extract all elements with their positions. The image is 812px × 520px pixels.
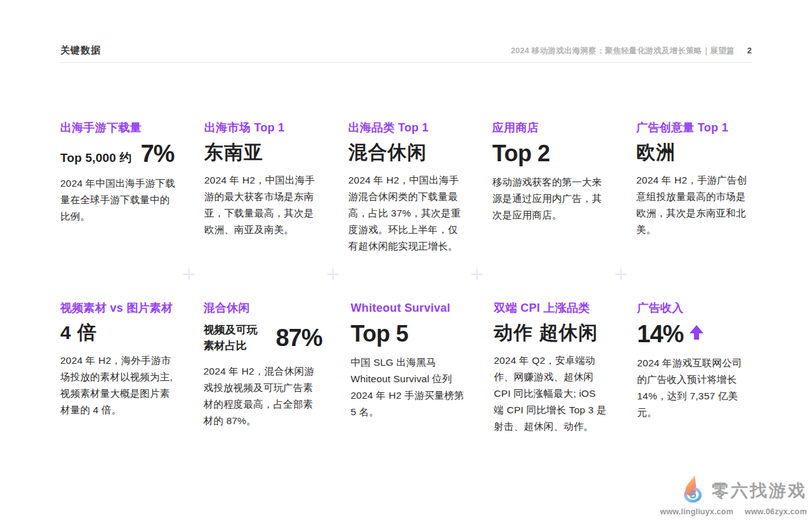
watermark-url: www.lingliuyx.com bbox=[660, 507, 733, 516]
plus-mark-icon bbox=[615, 269, 627, 280]
stat-card-whiteout-survival: Whiteout Survival Top 5 中国 SLG 出海黑马 Whit… bbox=[351, 301, 466, 420]
card-stat: 14% bbox=[637, 322, 752, 346]
card-label: Whiteout Survival bbox=[351, 301, 466, 316]
card-body: 移动游戏获客的第一大来源是通过应用内广告，其次是应用商店。 bbox=[492, 174, 608, 223]
card-body: 2024 年游戏互联网公司的广告收入预计将增长 14%，达到 7,357 亿美元… bbox=[637, 355, 752, 421]
stat-card-top-genre: 出海品类 Top 1 混合休闲 2024 年 H2，中国出海手游混合休闲类的下载… bbox=[348, 121, 464, 255]
card-label: 应用商店 bbox=[492, 121, 608, 135]
stat-prefix: 视频及可玩素材占比 bbox=[204, 322, 261, 354]
stats-row-2: 视频素材 vs 图片素材 4 倍 2024 年 H2，海外手游市场投放的素材以视… bbox=[60, 301, 752, 435]
stat-card-ad-creatives: 广告创意量 Top 1 欧洲 2024 年 H2，手游广告创意组投放量最高的市场… bbox=[636, 121, 752, 238]
card-label: 混合休闲 bbox=[204, 301, 322, 316]
card-body: 2024 年 H2，中国出海手游的最大获客市场是东南亚，下载量最高，其次是欧洲、… bbox=[204, 172, 320, 238]
stat-card-app-store: 应用商店 Top 2 移动游戏获客的第一大来源是通过应用内广告，其次是应用商店。 bbox=[492, 121, 608, 223]
stat-value: 87% bbox=[276, 326, 322, 350]
card-body: 2024 年 Q2，安卓端动作、网赚游戏、超休闲 CPI 同比涨幅最大; iOS… bbox=[494, 352, 609, 435]
plus-mark-icon bbox=[183, 269, 195, 280]
watermark-top: 零六找游戏 bbox=[679, 474, 807, 507]
card-label: 出海市场 Top 1 bbox=[204, 121, 320, 135]
plus-mark-icon bbox=[327, 269, 339, 280]
stat-value: 欧洲 bbox=[636, 142, 752, 164]
card-label: 双端 CPI 上涨品类 bbox=[494, 301, 609, 316]
card-body: 2024 年 H2，中国出海手游混合休闲类的下载量最高，占比 37%，其次是重度… bbox=[348, 172, 464, 255]
watermark-brand: 零六找游戏 bbox=[712, 479, 807, 502]
card-body: 2024 年 H2，手游广告创意组投放量最高的市场是欧洲，其次是东南亚和北美。 bbox=[636, 172, 752, 238]
flame-logo-icon bbox=[679, 474, 708, 507]
stat-card-top-market: 出海市场 Top 1 东南亚 2024 年 H2，中国出海手游的最大获客市场是东… bbox=[204, 121, 320, 238]
stats-row-1: 出海手游下载量 Top 5,000 约 7% 2024 年中国出海手游下载量在全… bbox=[60, 121, 752, 301]
card-body: 2024 年 H2，混合休闲游戏投放视频及可玩广告素材的程度最高，占全部素材的 … bbox=[204, 363, 322, 429]
card-body: 2024 年中国出海手游下载量在全球手游下载量中的比例。 bbox=[60, 175, 176, 225]
stat-value: 7% bbox=[141, 142, 174, 166]
stat-value: 混合休闲 bbox=[348, 142, 464, 164]
stat-value: Top 2 bbox=[492, 142, 608, 166]
stat-card-cpi-rising: 双端 CPI 上涨品类 动作 超休闲 2024 年 Q2，安卓端动作、网赚游戏、… bbox=[494, 301, 609, 435]
stat-card-hybrid-casual-materials: 混合休闲 视频及可玩素材占比 87% 2024 年 H2，混合休闲游戏投放视频及… bbox=[204, 301, 322, 429]
section-title: 关键数据 bbox=[60, 44, 101, 57]
card-body: 2024 年 H2，海外手游市场投放的素材以视频为主, 视频素材量大概是图片素材… bbox=[60, 352, 175, 418]
card-label: 广告收入 bbox=[637, 301, 752, 316]
page-header: 关键数据 2024 移动游戏出海洞察：聚焦轻量化游戏及增长策略｜展望篇 2 bbox=[60, 0, 752, 63]
stat-value: Top 5 bbox=[351, 322, 466, 346]
card-stat: 视频及可玩素材占比 87% bbox=[204, 322, 322, 354]
report-page: { "header": { "section_title": "关键数据", "… bbox=[0, 0, 812, 520]
card-label: 视频素材 vs 图片素材 bbox=[60, 301, 175, 316]
stat-value: 东南亚 bbox=[204, 142, 320, 164]
header-right: 2024 移动游戏出海洞察：聚焦轻量化游戏及增长策略｜展望篇 2 bbox=[511, 46, 752, 57]
card-label: 广告创意量 Top 1 bbox=[636, 121, 752, 135]
stat-value: 14% bbox=[637, 322, 683, 346]
watermark-urls: www.lingliuyx.com www.06zyx.com bbox=[660, 507, 807, 516]
card-label: 出海品类 Top 1 bbox=[348, 121, 464, 135]
card-label: 出海手游下载量 bbox=[60, 121, 176, 135]
page-number: 2 bbox=[747, 46, 752, 55]
card-stat: Top 5,000 约 7% bbox=[60, 142, 176, 166]
watermark-url: www.06zyx.com bbox=[745, 507, 807, 516]
stat-card-downloads: 出海手游下载量 Top 5,000 约 7% 2024 年中国出海手游下载量在全… bbox=[60, 121, 176, 225]
card-body: 中国 SLG 出海黑马 Whiteout Survival 位列 2024 年 … bbox=[351, 354, 466, 420]
watermark: 零六找游戏 www.lingliuyx.com www.06zyx.com bbox=[660, 474, 807, 516]
stat-value: 4 倍 bbox=[60, 322, 175, 344]
plus-mark-icon bbox=[471, 269, 483, 280]
stat-card-ad-revenue: 广告收入 14% 2024 年游戏互联网公司的广告收入预计将增长 14%，达到 … bbox=[637, 301, 752, 421]
stat-value: 动作 超休闲 bbox=[494, 322, 609, 344]
stat-card-video-vs-image: 视频素材 vs 图片素材 4 倍 2024 年 H2，海外手游市场投放的素材以视… bbox=[60, 301, 175, 418]
doc-title: 2024 移动游戏出海洞察：聚焦轻量化游戏及增长策略｜展望篇 bbox=[511, 46, 735, 57]
stat-prefix: Top 5,000 约 bbox=[60, 150, 132, 166]
up-arrow-icon bbox=[690, 325, 704, 340]
